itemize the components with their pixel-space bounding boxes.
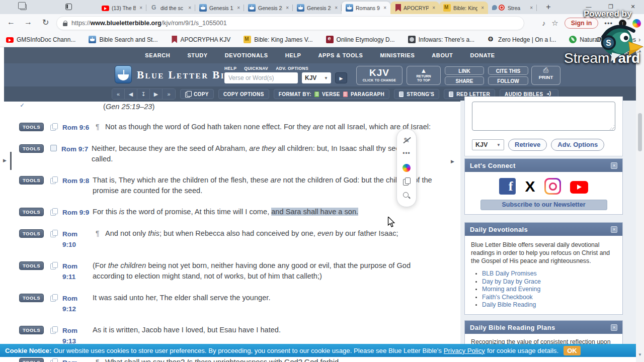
cite-this-button[interactable]: CITE THIS bbox=[488, 66, 528, 75]
devotional-link[interactable]: BLB Daily Promises bbox=[482, 270, 616, 278]
site-nav-item[interactable]: STUDY bbox=[187, 52, 207, 58]
tools-button[interactable]: TOOLS bbox=[19, 358, 44, 362]
print-button[interactable]: ⎙ PRINT bbox=[531, 66, 560, 85]
close-button[interactable]: ✕ bbox=[622, 0, 644, 13]
scrollbar-thumb[interactable] bbox=[638, 113, 642, 151]
tab-close-icon[interactable] bbox=[480, 5, 485, 11]
tab-close-icon[interactable] bbox=[138, 5, 143, 11]
browser-tab[interactable]: did the sc bbox=[146, 2, 195, 14]
copy-verse-icon[interactable] bbox=[50, 208, 58, 216]
browser-tab[interactable]: Genesis 28 bbox=[244, 2, 293, 14]
search-selection-icon[interactable] bbox=[402, 191, 411, 200]
verse-nav-button[interactable]: « bbox=[112, 89, 125, 99]
tab-close-icon[interactable] bbox=[529, 5, 534, 11]
facebook-icon[interactable] bbox=[499, 178, 516, 195]
lock-icon[interactable] bbox=[63, 21, 67, 26]
bookmark-item[interactable]: Zero Hedge | On a l... bbox=[488, 36, 556, 43]
follow-button[interactable]: FOLLOW bbox=[488, 76, 528, 85]
strongs-toggle[interactable]: STRONG'S bbox=[394, 89, 439, 99]
x-twitter-icon[interactable]: X bbox=[525, 178, 535, 195]
favorites-star-icon[interactable]: ☆ bbox=[551, 19, 558, 28]
verse-reference[interactable]: Rom 9:12 bbox=[62, 293, 93, 314]
tab-groups-icon[interactable] bbox=[20, 4, 27, 10]
site-nav-item[interactable]: MINISTRIES bbox=[380, 52, 415, 58]
return-to-top-button[interactable]: ▲ RETURNTO TOP bbox=[407, 66, 441, 85]
site-nav-item[interactable]: ABOUT bbox=[432, 52, 453, 58]
bookmark-item[interactable]: APOCRYPHA KJV bbox=[171, 36, 230, 43]
browser-tab[interactable]: Genesis 25 bbox=[293, 2, 342, 14]
panel-close-icon[interactable]: ✕ bbox=[611, 226, 617, 233]
new-tab-button[interactable]: + bbox=[542, 1, 554, 13]
right-panel-expander[interactable]: ▶ bbox=[451, 159, 454, 164]
tab-close-icon[interactable] bbox=[431, 5, 436, 11]
bookmark-item[interactable]: Bible Search and St... bbox=[89, 36, 157, 43]
verse-reference[interactable]: Rom 9:10 bbox=[62, 229, 93, 250]
verse-reference[interactable]: Rom 9:14 bbox=[62, 357, 93, 362]
tab-close-icon[interactable] bbox=[236, 5, 241, 11]
copy-verse-icon[interactable] bbox=[50, 358, 58, 362]
verse-reference[interactable]: Rom 9:9 bbox=[62, 207, 93, 218]
privacy-policy-link[interactable]: Privacy Policy bbox=[444, 347, 485, 354]
scroll-down-icon[interactable]: ▼ bbox=[636, 351, 644, 358]
verse-nav-button[interactable]: » bbox=[163, 89, 175, 99]
forward-icon[interactable]: → bbox=[24, 18, 32, 27]
copy-button[interactable]: COPY bbox=[180, 89, 214, 99]
verse-reference[interactable]: Rom 9:11 bbox=[62, 261, 93, 282]
tab-close-icon[interactable] bbox=[285, 5, 290, 11]
browser-tab[interactable]: Romans 9 bbox=[342, 2, 390, 14]
passage-textarea[interactable] bbox=[472, 102, 615, 131]
site-nav-item[interactable]: APPS & TOOLS bbox=[318, 52, 363, 58]
hide-menu-pen-icon[interactable]: ✎ bbox=[402, 136, 411, 145]
retrieve-button[interactable]: Retrieve bbox=[508, 139, 547, 151]
verse-nav-button[interactable]: ◀ bbox=[125, 89, 137, 99]
settings-menu-icon[interactable]: ••• bbox=[604, 20, 613, 27]
back-icon[interactable]: ← bbox=[7, 18, 15, 27]
quick-link[interactable]: HELP bbox=[224, 66, 236, 71]
panel-close-icon[interactable]: ✕ bbox=[611, 162, 617, 169]
devotional-link[interactable]: Morning and Evening bbox=[482, 286, 616, 294]
search-go-button[interactable]: ▶ bbox=[335, 72, 347, 83]
minimize-button[interactable]: — bbox=[578, 0, 600, 13]
site-nav-item[interactable]: DONATE bbox=[470, 52, 495, 58]
media-controls-icon[interactable]: ♪ bbox=[542, 19, 545, 27]
quick-link[interactable]: QUICKNAV bbox=[244, 66, 268, 71]
verse-checkbox-icon[interactable] bbox=[50, 145, 57, 151]
copy-verse-icon[interactable] bbox=[50, 326, 58, 334]
quick-link[interactable]: ADV. OPTIONS bbox=[276, 66, 308, 71]
adv-options-button[interactable]: Adv. Options bbox=[551, 139, 604, 151]
site-nav-item[interactable]: HELP bbox=[285, 52, 301, 58]
tools-button[interactable]: TOOLS bbox=[19, 294, 44, 302]
sidebar-version-select[interactable]: KJV▼ bbox=[472, 139, 504, 150]
scroll-up-icon[interactable]: ▲ bbox=[636, 47, 644, 55]
devotional-link[interactable]: Daily Bible Reading bbox=[482, 301, 616, 309]
subscribe-newsletter-button[interactable]: Subscribe to our Newsletter bbox=[480, 200, 607, 210]
copy-options-button[interactable]: COPY OPTIONS bbox=[218, 89, 269, 99]
link-button[interactable]: LINK bbox=[445, 66, 484, 75]
blb-logo-icon[interactable] bbox=[115, 65, 132, 83]
devotional-link[interactable]: Day by Day by Grace bbox=[482, 278, 616, 286]
browser-tab[interactable]: Genesis 12 bbox=[195, 2, 244, 14]
verse-reference[interactable]: Rom 9:6 bbox=[62, 122, 93, 133]
tools-button[interactable]: TOOLS bbox=[19, 123, 44, 131]
tools-button[interactable]: TOOLS bbox=[19, 261, 44, 270]
version-select[interactable]: KJV▼ bbox=[302, 72, 331, 83]
site-nav-item[interactable]: DEVOTIONALS bbox=[225, 52, 268, 58]
maximize-button[interactable]: ❐ bbox=[600, 0, 622, 13]
copilot-icon[interactable] bbox=[632, 19, 641, 28]
url-field[interactable]: https://www.blueletterbible.org/kjv/rom/… bbox=[56, 16, 524, 30]
site-nav-item[interactable]: SEARCH bbox=[145, 52, 170, 58]
more-options-icon[interactable]: ••• bbox=[402, 150, 411, 159]
verse-reference[interactable]: Rom 9:7 bbox=[61, 144, 92, 154]
copilot-icon[interactable] bbox=[403, 164, 411, 172]
share-button[interactable]: SHARE bbox=[445, 76, 484, 85]
browser-tab[interactable]: (13) The B bbox=[98, 2, 146, 14]
copy-verse-icon[interactable] bbox=[50, 230, 58, 237]
bookmark-item[interactable]: GMSInfoDoc Chann... bbox=[6, 36, 75, 43]
bookmark-item[interactable]: Infowars: There's a... bbox=[408, 36, 474, 43]
format-verse-button[interactable]: VERSE bbox=[322, 92, 340, 97]
tools-button[interactable]: TOOLS bbox=[19, 229, 44, 238]
cookie-ok-button[interactable]: OK bbox=[564, 346, 581, 355]
browser-tab[interactable]: Bible: King bbox=[439, 2, 488, 14]
instagram-icon[interactable] bbox=[544, 178, 561, 195]
tools-button[interactable]: TOOLS bbox=[19, 208, 44, 216]
